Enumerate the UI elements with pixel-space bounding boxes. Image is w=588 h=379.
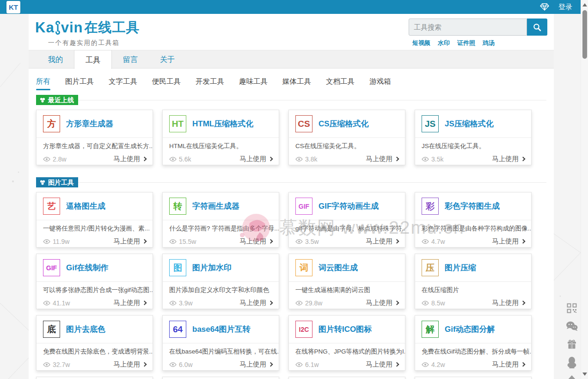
card-foot: 32.7w马上使用 bbox=[37, 356, 153, 369]
hot-link-3[interactable]: 鸡汤 bbox=[483, 39, 495, 47]
use-now-link[interactable]: 马上使用 bbox=[113, 360, 146, 369]
card-foot: 15.5w马上使用 bbox=[163, 233, 279, 246]
qrcode-icon[interactable] bbox=[566, 302, 578, 314]
category-tab-1[interactable]: 图片工具 bbox=[65, 77, 94, 90]
login-button[interactable]: 登录 bbox=[558, 3, 572, 12]
tool-card[interactable]: 词词云图生成一键生成逼格满满的词云图29.8w马上使用 bbox=[288, 254, 405, 309]
chevron-right-icon bbox=[142, 301, 147, 305]
tool-card[interactable]: 艺逼格图生成一键将任意照片/图片转化为漫画、素...11.9w马上使用 bbox=[36, 192, 153, 248]
use-now-link[interactable]: 马上使用 bbox=[113, 237, 146, 246]
tool-card[interactable]: 转字符画生成器什么是字符画? 字符画是指由多个字母...15.5w马上使用 bbox=[162, 192, 279, 248]
nav-tab-3[interactable]: 关于 bbox=[149, 50, 186, 69]
use-now-link[interactable]: 马上使用 bbox=[113, 155, 146, 163]
tool-title[interactable]: base64图片互转 bbox=[192, 324, 251, 335]
tool-card[interactable]: 解Gif动态图分解免费在线Gif动态图分解、拆分成每一帧...4.2w马上使用 bbox=[415, 315, 532, 371]
category-tab-5[interactable]: 趣味工具 bbox=[239, 77, 268, 90]
tool-card[interactable]: 底图片去底色免费在线图片去除底色，变成透明背景...32.7w马上使用 bbox=[36, 315, 153, 371]
wechat-icon[interactable] bbox=[566, 320, 578, 332]
category-tab-7[interactable]: 文档工具 bbox=[326, 77, 355, 90]
category-tab-6[interactable]: 媒体工具 bbox=[282, 77, 311, 90]
back-to-top-icon[interactable] bbox=[566, 374, 578, 379]
tool-title[interactable]: JS压缩格式化 bbox=[445, 118, 494, 129]
tool-description: 在线base64图片编码互相转换，可在线... bbox=[163, 343, 279, 356]
site-logo[interactable]: Ka vin 在线工具 一个有趣实用的工具箱 bbox=[35, 19, 140, 47]
nav-tab-2[interactable]: 留言 bbox=[112, 50, 149, 69]
category-tab-0[interactable]: 所有 bbox=[36, 77, 50, 90]
category-tab-2[interactable]: 文字工具 bbox=[109, 77, 137, 90]
tool-description: CS在线压缩美化工具。 bbox=[289, 138, 405, 150]
category-tab-8[interactable]: 游戏箱 bbox=[369, 77, 391, 90]
gem-icon[interactable] bbox=[540, 3, 549, 11]
tool-card[interactable]: GIFGif在线制作可以将多张静态图片合成一张gif动态图...41.1w马上使… bbox=[36, 254, 153, 309]
eye-icon bbox=[43, 301, 50, 305]
tool-card[interactable]: I2C图片转ICO图标在线将PNG、JPG等格式的图片转换为I...6.1w马上… bbox=[288, 315, 405, 371]
tool-title[interactable]: 逼格图生成 bbox=[66, 201, 105, 211]
category-tab-3[interactable]: 便民工具 bbox=[152, 77, 181, 90]
card-foot: 3.5k马上使用 bbox=[415, 150, 531, 163]
tool-card[interactable]: 彩彩色字符图生成彩色字符画图是由各种字符构成的图像...4.7w马上使用 bbox=[415, 192, 532, 248]
tool-card[interactable]: 压图片压缩在线压缩图片8.5w马上使用 bbox=[415, 254, 532, 309]
tool-card[interactable]: 方方形章生成器方形章生成器，可自定义配置生成长方...2.8w马上使用 bbox=[36, 110, 153, 165]
hot-link-1[interactable]: 水印 bbox=[438, 39, 450, 47]
use-now-link[interactable]: 马上使用 bbox=[239, 298, 272, 307]
tool-title[interactable]: 方形章生成器 bbox=[66, 118, 113, 129]
hot-link-0[interactable]: 短视频 bbox=[412, 39, 430, 47]
nav-tab-1[interactable]: 工具 bbox=[74, 50, 112, 69]
use-now-link[interactable]: 马上使用 bbox=[366, 360, 398, 369]
tool-card-partial[interactable] bbox=[288, 377, 405, 379]
use-now-link[interactable]: 马上使用 bbox=[366, 155, 398, 163]
tool-card[interactable]: JSJS压缩格式化JS在线压缩美化工具。3.5k马上使用 bbox=[415, 110, 532, 165]
tool-title[interactable]: CS压缩格式化 bbox=[318, 118, 369, 129]
tool-title[interactable]: 字符画生成器 bbox=[192, 201, 239, 211]
scroll-down-arrow[interactable] bbox=[582, 373, 587, 376]
card-head: 转字符画生成器 bbox=[163, 193, 279, 220]
tool-card-partial[interactable] bbox=[36, 377, 153, 379]
tool-card-partial[interactable] bbox=[415, 377, 532, 379]
page-scrollbar[interactable] bbox=[581, 0, 588, 379]
card-head: GIFGif在线制作 bbox=[37, 254, 153, 282]
use-now-link[interactable]: 马上使用 bbox=[366, 298, 398, 307]
tool-title[interactable]: 图片去底色 bbox=[66, 324, 105, 335]
tool-title[interactable]: 图片压缩 bbox=[445, 262, 476, 273]
use-now-link[interactable]: 马上使用 bbox=[492, 237, 525, 246]
search-button[interactable] bbox=[527, 19, 547, 36]
card-head: 彩彩色字符图生成 bbox=[415, 193, 531, 220]
tool-title[interactable]: Gif在线制作 bbox=[66, 262, 109, 273]
tool-title[interactable]: Gif动态图分解 bbox=[445, 324, 495, 335]
hot-link-2[interactable]: 证件照 bbox=[457, 39, 475, 47]
use-now-link[interactable]: 马上使用 bbox=[492, 298, 525, 307]
use-now-link[interactable]: 马上使用 bbox=[492, 360, 525, 369]
scroll-up-arrow[interactable] bbox=[582, 3, 587, 6]
tool-title[interactable]: 图片加水印 bbox=[192, 262, 232, 273]
tool-title[interactable]: HTML压缩格式化 bbox=[192, 118, 253, 129]
tool-card[interactable]: GIFGIF字符动画生成gif字符动画是由字母、标点或特殊字符...3.5w马上… bbox=[288, 192, 405, 248]
scrollbar-thumb[interactable] bbox=[582, 10, 587, 59]
tool-title[interactable]: 彩色字符图生成 bbox=[445, 201, 500, 211]
tool-card[interactable]: HTHTML压缩格式化HTML在线压缩美化工具。5.6k马上使用 bbox=[162, 110, 279, 165]
qq-icon[interactable] bbox=[566, 356, 578, 368]
tool-card[interactable]: CSCS压缩格式化CS在线压缩美化工具。3.8k马上使用 bbox=[288, 110, 405, 165]
use-now-link[interactable]: 马上使用 bbox=[239, 237, 272, 246]
tool-description: 一键生成逼格满满的词云图 bbox=[289, 282, 405, 294]
use-now-link[interactable]: 马上使用 bbox=[366, 237, 398, 246]
tool-card-partial[interactable] bbox=[162, 377, 279, 379]
use-now-link[interactable]: 马上使用 bbox=[239, 360, 272, 369]
nav-tab-0[interactable]: 我的 bbox=[37, 50, 74, 69]
gift-icon[interactable] bbox=[566, 338, 578, 350]
tool-card[interactable]: 图图片加水印图片添加自定义水印文字和水印颜色3.9w马上使用 bbox=[162, 254, 279, 309]
search-input[interactable] bbox=[409, 19, 527, 36]
tool-title[interactable]: GIF字符动画生成 bbox=[318, 201, 379, 211]
tool-title[interactable]: 词云图生成 bbox=[318, 262, 358, 273]
eye-icon bbox=[43, 157, 50, 162]
category-tab-4[interactable]: 开发工具 bbox=[196, 77, 224, 90]
use-now-link[interactable]: 马上使用 bbox=[239, 155, 272, 163]
use-now-link[interactable]: 马上使用 bbox=[113, 298, 146, 307]
kt-logo[interactable]: KT bbox=[6, 1, 20, 13]
site-subtitle: 一个有趣实用的工具箱 bbox=[48, 39, 140, 47]
view-count: 15.5w bbox=[169, 238, 196, 245]
tool-card[interactable]: 64base64图片互转在线base64图片编码互相转换，可在线...6.0w马… bbox=[162, 315, 279, 371]
tool-title[interactable]: 图片转ICO图标 bbox=[318, 324, 372, 335]
tool-icon: 方 bbox=[43, 115, 60, 132]
use-now-link[interactable]: 马上使用 bbox=[492, 155, 525, 163]
card-foot: 11.9w马上使用 bbox=[37, 233, 153, 246]
